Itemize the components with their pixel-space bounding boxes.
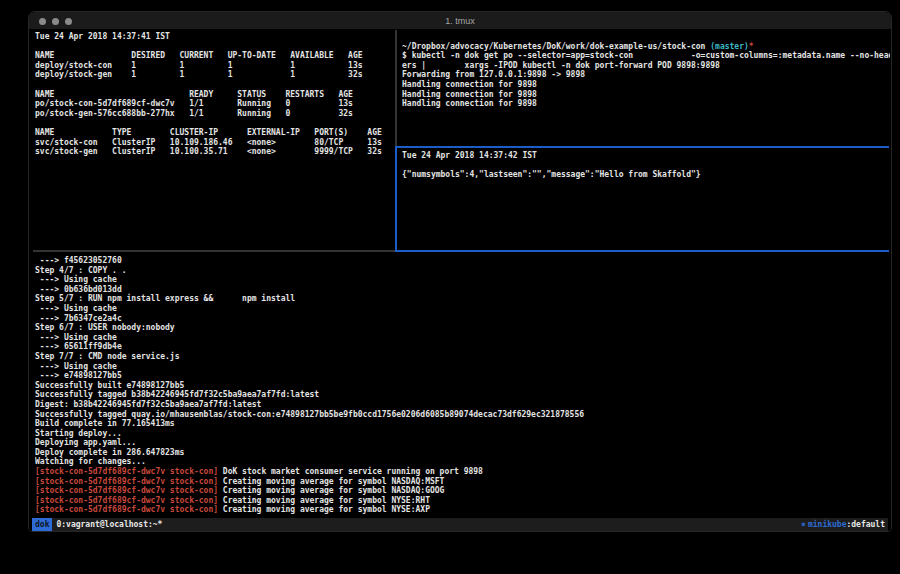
pane-skaffold-build-log[interactable]: ---> f45623052760Step 4/7 : COPY . . ---… [35, 256, 889, 518]
terminal-line: Step 4/7 : COPY . . [35, 266, 889, 276]
terminal-line: Tue 24 Apr 2018 14:37:42 IST [402, 151, 890, 161]
terminal-line [35, 42, 395, 52]
kube-context-label: minikube [808, 520, 847, 529]
pane-border-active-bottom[interactable] [397, 250, 889, 252]
pane-border-vertical-active[interactable] [395, 146, 397, 252]
terminal-line: Forwarding from 127.0.0.1:9898 -> 9898 [402, 70, 890, 80]
terminal-line: ---> 7b6347ce2a4c [35, 314, 889, 324]
kube-namespace-label: :default [846, 520, 885, 529]
terminal-line: svc/stock-gen ClusterIP 10.100.35.71 <no… [35, 147, 395, 157]
pane-kubectl-watch[interactable]: Tue 24 Apr 2018 14:37:41 ISTNAME DESIRED… [35, 32, 395, 254]
terminal-line: Handling connection for 9898 [402, 80, 890, 90]
status-left: dok 0:vagrant@localhost:~* [32, 518, 162, 531]
terminal-line: {"numsymbols":4,"lastseen":"","message":… [402, 170, 890, 180]
terminal-line: ---> f45623052760 [35, 256, 889, 266]
terminal-line: Successfully built e74898127bb5 [35, 381, 889, 391]
terminal-line: Step 5/7 : RUN npm install express && np… [35, 294, 889, 304]
terminal-line: ---> 65611ff9db4e [35, 342, 889, 352]
terminal-line: Digest: b38b42246945fd7f32c5ba9aea7af7fd… [35, 400, 889, 410]
pane-border-active-top[interactable] [397, 146, 889, 148]
window-title: 1. tmux [29, 12, 891, 30]
desktop-background: 1. tmux Tue 24 Apr 2018 14:37:41 ISTNAME… [0, 0, 900, 574]
terminal-line: [stock-con-5d7df689cf-dwc7v stock-con] C… [35, 496, 889, 506]
terminal-line: Handling connection for 9898 [402, 99, 890, 109]
terminal-line: NAME READY STATUS RESTARTS AGE [35, 90, 395, 100]
terminal-line [35, 80, 395, 90]
terminal-line: deploy/stock-con 1 1 1 1 13s [35, 61, 395, 71]
status-right: ⎈ minikube :default [801, 520, 888, 529]
terminal-line: svc/stock-con ClusterIP 10.109.186.46 <n… [35, 138, 395, 148]
terminal-line: Successfully tagged b38b42246945fd7f32c5… [35, 390, 889, 400]
terminal-line: [stock-con-5d7df689cf-dwc7v stock-con] C… [35, 477, 889, 487]
terminal-line: ---> Using cache [35, 275, 889, 285]
terminal-line: $ kubectl -n dok get po --selector=app=s… [402, 51, 890, 61]
terminal-line: ---> Using cache [35, 362, 889, 372]
terminal-line: deploy/stock-gen 1 1 1 1 32s [35, 70, 395, 80]
terminal-line [402, 32, 890, 42]
terminal-line [402, 161, 890, 171]
terminal-line: NAME TYPE CLUSTER-IP EXTERNAL-IP PORT(S)… [35, 128, 395, 138]
tmux-status-bar: dok 0:vagrant@localhost:~* ⎈ minikube :d… [32, 518, 888, 531]
terminal-line: Successfully tagged quay.io/mhausenblas/… [35, 410, 889, 420]
terminal-line: Tue 24 Apr 2018 14:37:41 IST [35, 32, 395, 42]
terminal-line: Step 7/7 : CMD node service.js [35, 352, 889, 362]
terminal-line [35, 118, 395, 128]
terminal-line: ---> Using cache [35, 304, 889, 314]
window-titlebar[interactable]: 1. tmux [29, 12, 891, 30]
terminal-line: ---> e74898127bb5 [35, 371, 889, 381]
terminal-line: po/stock-gen-576cc688bb-277hx 1/1 Runnin… [35, 109, 395, 119]
pane-port-forward[interactable]: ~/Dropbox/advocacy/Kubernetes/DoK/work/d… [402, 32, 890, 146]
terminal-line: NAME DESIRED CURRENT UP-TO-DATE AVAILABL… [35, 51, 395, 61]
terminal-line: Deploy complete in 286.647823ms [35, 448, 889, 458]
terminal-line: po/stock-con-5d7df689cf-dwc7v 1/1 Runnin… [35, 99, 395, 109]
terminal-line: Watching for changes... [35, 457, 889, 467]
terminal-window: 1. tmux Tue 24 Apr 2018 14:37:41 ISTNAME… [28, 11, 892, 532]
terminal-line: ---> 0b636bd013dd [35, 285, 889, 295]
pane-border-horizontal-left[interactable] [33, 250, 395, 252]
terminal-line: Build complete in 77.165413ms [35, 419, 889, 429]
kubernetes-helm-icon: ⎈ [801, 520, 808, 529]
session-name-badge[interactable]: dok [32, 518, 52, 531]
terminal-line: [stock-con-5d7df689cf-dwc7v stock-con] C… [35, 505, 889, 515]
pane-curl-output-active[interactable]: Tue 24 Apr 2018 14:37:42 IST{"numsymbols… [402, 151, 890, 249]
terminal-line: Deploying app.yaml... [35, 438, 889, 448]
terminal-line: Handling connection for 9898 [402, 90, 890, 100]
terminal-line: ~/Dropbox/advocacy/Kubernetes/DoK/work/d… [402, 42, 890, 52]
terminal-line: Step 6/7 : USER nobody:nobody [35, 323, 889, 333]
window-list-item[interactable]: 0:vagrant@localhost:~* [52, 520, 162, 529]
terminal-line: [stock-con-5d7df689cf-dwc7v stock-con] D… [35, 467, 889, 477]
terminal-line: ---> Using cache [35, 333, 889, 343]
terminal-line: ers | xargs -IPOD kubectl -n dok port-fo… [402, 61, 890, 71]
pane-border-vertical-top[interactable] [395, 30, 397, 146]
terminal-line: Starting deploy... [35, 429, 889, 439]
tmux-content: Tue 24 Apr 2018 14:37:41 ISTNAME DESIRED… [29, 30, 891, 531]
terminal-line: [stock-con-5d7df689cf-dwc7v stock-con] C… [35, 486, 889, 496]
